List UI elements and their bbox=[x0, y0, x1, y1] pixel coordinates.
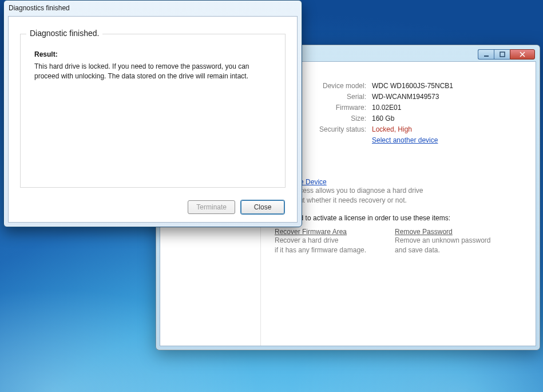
diagnose-desc-2: to find out whether it needs recovery or… bbox=[275, 196, 521, 205]
minimize-icon bbox=[483, 52, 489, 57]
row-device-model: Device model: WDC WD1600JS-75NCB1 bbox=[310, 82, 521, 90]
label-security: Security status: bbox=[310, 125, 372, 133]
svg-rect-1 bbox=[500, 52, 505, 57]
row-firmware: Firmware: 10.02E01 bbox=[310, 104, 521, 112]
close-button[interactable]: Close bbox=[241, 200, 284, 214]
option-recover-firmware: Recover Firmware Area Recover a hard dri… bbox=[275, 228, 366, 256]
minimize-button[interactable] bbox=[478, 49, 494, 60]
terminate-button: Terminate bbox=[188, 200, 235, 214]
label-device-model: Device model: bbox=[310, 82, 372, 90]
maximize-button[interactable] bbox=[494, 49, 510, 60]
row-select-another: Select another device bbox=[310, 136, 521, 144]
dialog-title: Diagnostics finished bbox=[9, 4, 70, 12]
value-serial: WD-WCANM1949573 bbox=[372, 93, 439, 101]
value-device-model: WDC WD1600JS-75NCB1 bbox=[372, 82, 453, 90]
action-header-fragment: an action bbox=[268, 160, 521, 170]
result-label: Result: bbox=[34, 50, 271, 58]
label-firmware: Firmware: bbox=[310, 104, 372, 112]
maximize-icon bbox=[500, 52, 505, 57]
desktop-background: Device model: WDC WD1600JS-75NCB1 Serial… bbox=[0, 0, 543, 392]
dialog-titlebar[interactable]: Diagnostics finished bbox=[4, 1, 302, 15]
recover-firmware-desc-2: if it has any firmware damage. bbox=[275, 246, 366, 255]
remove-password-desc-1: Remove an unknown password bbox=[395, 236, 490, 246]
row-security: Security status: Locked, High bbox=[310, 125, 521, 133]
result-text: This hard drive is locked. If you need t… bbox=[34, 62, 252, 82]
remove-password-desc-2: and save data. bbox=[395, 246, 490, 255]
close-icon bbox=[520, 52, 525, 57]
svg-rect-0 bbox=[484, 56, 489, 57]
option-remove-password: Remove Password Remove an unknown passwo… bbox=[395, 228, 490, 256]
value-security: Locked, High bbox=[372, 125, 412, 133]
value-size: 160 Gb bbox=[372, 114, 394, 122]
row-serial: Serial: WD-WCANM1949573 bbox=[310, 93, 521, 101]
recover-firmware-desc-1: Recover a hard drive bbox=[275, 236, 366, 246]
activate-note: You need to activate a license in order … bbox=[275, 214, 521, 222]
row-size: Size: 160 Gb bbox=[310, 114, 521, 122]
diagnostic-groupbox: Diagnostic finished. Result: This hard d… bbox=[20, 34, 286, 188]
remove-password-link[interactable]: Remove Password bbox=[395, 228, 453, 236]
label-size: Size: bbox=[310, 114, 372, 122]
label-serial: Serial: bbox=[310, 93, 372, 101]
diagnose-desc-1: This process allows you to diagnose a ha… bbox=[275, 186, 521, 196]
diagnostics-dialog: Diagnostics finished Diagnostic finished… bbox=[3, 0, 302, 227]
recover-firmware-link[interactable]: Recover Firmware Area bbox=[275, 228, 347, 236]
dialog-client: Diagnostic finished. Result: This hard d… bbox=[8, 16, 298, 223]
value-firmware: 10.02E01 bbox=[372, 104, 401, 112]
main-panel: Device model: WDC WD1600JS-75NCB1 Serial… bbox=[261, 62, 536, 346]
groupbox-legend: Diagnostic finished. bbox=[26, 29, 102, 38]
select-another-device-link[interactable]: Select another device bbox=[372, 136, 438, 144]
close-window-button[interactable] bbox=[510, 49, 535, 60]
